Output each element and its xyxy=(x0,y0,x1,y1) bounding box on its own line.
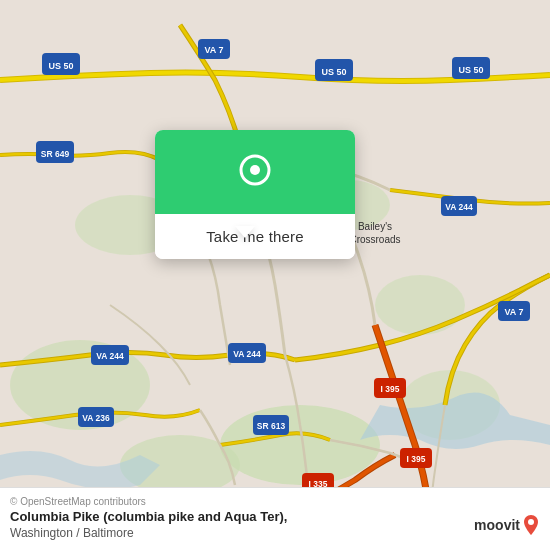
svg-text:VA 244: VA 244 xyxy=(445,202,473,212)
moovit-pin-icon xyxy=(522,514,540,536)
popup-tail xyxy=(235,226,255,238)
svg-text:US 50: US 50 xyxy=(48,61,73,71)
location-subtitle: Washington / Baltimore xyxy=(10,526,540,540)
svg-text:VA 7: VA 7 xyxy=(504,307,523,317)
svg-point-7 xyxy=(375,275,465,335)
svg-text:US 50: US 50 xyxy=(321,67,346,77)
svg-text:VA 236: VA 236 xyxy=(82,413,110,423)
location-title: Columbia Pike (columbia pike and Aqua Te… xyxy=(10,509,540,526)
svg-text:SR 649: SR 649 xyxy=(41,149,70,159)
svg-text:SR 613: SR 613 xyxy=(257,421,286,431)
svg-text:VA 244: VA 244 xyxy=(233,349,261,359)
take-me-there-button[interactable]: Take me there xyxy=(155,214,355,259)
map-container: US 50 VA 7 US 50 US 50 SR 649 VA 244 VA … xyxy=(0,0,550,550)
moovit-logo: moovit xyxy=(474,514,540,536)
popup-header xyxy=(155,130,355,214)
svg-text:Crossroads: Crossroads xyxy=(349,234,400,245)
svg-text:US 50: US 50 xyxy=(458,65,483,75)
location-popup: Take me there xyxy=(155,130,355,259)
svg-point-42 xyxy=(528,519,534,525)
bottom-bar: © OpenStreetMap contributors Columbia Pi… xyxy=(0,487,550,550)
svg-text:I 395: I 395 xyxy=(381,384,400,394)
svg-text:I 395: I 395 xyxy=(407,454,426,464)
svg-text:VA 244: VA 244 xyxy=(96,351,124,361)
moovit-text: moovit xyxy=(474,517,520,533)
map-attribution: © OpenStreetMap contributors xyxy=(10,496,540,507)
svg-text:VA 7: VA 7 xyxy=(204,45,223,55)
svg-text:Bailey's: Bailey's xyxy=(358,221,392,232)
location-pin-icon xyxy=(233,152,277,196)
map-background: US 50 VA 7 US 50 US 50 SR 649 VA 244 VA … xyxy=(0,0,550,550)
